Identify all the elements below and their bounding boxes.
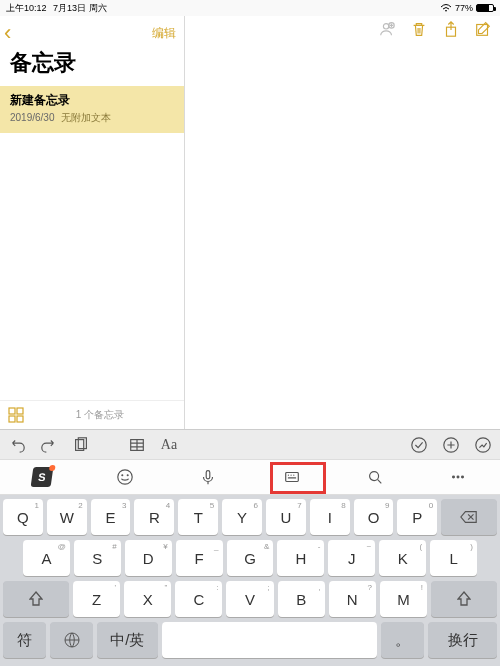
svg-point-13 [476, 437, 490, 451]
note-date: 2019/6/30 [10, 112, 55, 123]
note-count: 1 个备忘录 [24, 408, 176, 422]
trash-icon[interactable] [410, 20, 428, 38]
text-style-button[interactable]: Aa [160, 436, 178, 454]
redo-icon[interactable] [40, 436, 58, 454]
wifi-icon [440, 4, 452, 13]
plus-circle-icon[interactable] [442, 436, 460, 454]
shift-key-right[interactable] [431, 581, 497, 617]
key-j[interactable]: J~ [328, 540, 375, 576]
svg-point-21 [457, 476, 459, 478]
key-f[interactable]: F_ [176, 540, 223, 576]
key-t[interactable]: T5 [178, 499, 218, 535]
key-i[interactable]: I8 [310, 499, 350, 535]
svg-rect-3 [17, 416, 23, 422]
period-key[interactable]: 。 [381, 622, 424, 658]
share-icon[interactable] [442, 20, 460, 38]
camera-annotation-icon[interactable] [474, 436, 492, 454]
key-z[interactable]: Z' [73, 581, 120, 617]
emoji-button[interactable] [97, 463, 153, 491]
menu-more-button[interactable] [430, 463, 486, 491]
svg-point-4 [383, 24, 388, 29]
key-m[interactable]: M! [380, 581, 427, 617]
key-k[interactable]: K( [379, 540, 426, 576]
svg-point-14 [118, 470, 132, 484]
svg-point-20 [453, 476, 455, 478]
table-icon[interactable] [128, 436, 146, 454]
backspace-key[interactable] [441, 499, 497, 535]
battery-icon [476, 4, 494, 12]
svg-rect-1 [17, 408, 23, 414]
add-person-icon[interactable] [378, 20, 396, 38]
key-o[interactable]: O9 [354, 499, 394, 535]
back-button[interactable]: ‹ [4, 20, 11, 46]
symbols-key[interactable]: 符 [3, 622, 46, 658]
search-button[interactable] [347, 463, 403, 491]
note-preview: 无附加文本 [61, 112, 111, 123]
key-h[interactable]: H- [277, 540, 324, 576]
space-key[interactable] [162, 622, 377, 658]
key-l[interactable]: L) [430, 540, 477, 576]
key-y[interactable]: Y6 [222, 499, 262, 535]
return-key[interactable]: 换行 [428, 622, 497, 658]
shift-key[interactable] [3, 581, 69, 617]
ime-toolbar: S [0, 459, 500, 495]
globe-key[interactable] [50, 622, 93, 658]
key-r[interactable]: R4 [134, 499, 174, 535]
compose-icon[interactable] [474, 20, 492, 38]
grid-view-icon[interactable] [8, 407, 24, 423]
tutorial-highlight [270, 462, 326, 494]
status-date: 7月13日 周六 [53, 3, 107, 13]
key-d[interactable]: D¥ [125, 540, 172, 576]
status-bar: 上午10:12 7月13日 周六 77% [0, 0, 500, 16]
note-editor[interactable] [185, 16, 500, 429]
svg-point-19 [370, 472, 379, 481]
note-list-item[interactable]: 新建备忘录 2019/6/30 无附加文本 [0, 86, 184, 133]
edit-button[interactable]: 编辑 [152, 25, 176, 42]
key-c[interactable]: C: [175, 581, 222, 617]
svg-rect-17 [207, 471, 211, 479]
key-w[interactable]: W2 [47, 499, 87, 535]
svg-point-15 [122, 475, 123, 476]
svg-point-16 [127, 475, 128, 476]
key-u[interactable]: U7 [266, 499, 306, 535]
sogou-logo[interactable]: S [14, 463, 70, 491]
note-title: 新建备忘录 [10, 92, 174, 109]
key-v[interactable]: V; [226, 581, 273, 617]
key-q[interactable]: Q1 [3, 499, 43, 535]
battery-pct: 77% [455, 3, 473, 13]
svg-point-11 [412, 437, 426, 451]
key-n[interactable]: N? [329, 581, 376, 617]
copy-icon[interactable] [72, 436, 90, 454]
voice-input-button[interactable] [180, 463, 236, 491]
lang-toggle-key[interactable]: 中/英 [97, 622, 157, 658]
key-b[interactable]: B, [278, 581, 325, 617]
key-p[interactable]: P0 [397, 499, 437, 535]
key-a[interactable]: A@ [23, 540, 70, 576]
svg-rect-0 [9, 408, 15, 414]
key-g[interactable]: G& [227, 540, 274, 576]
svg-point-22 [462, 476, 464, 478]
undo-icon[interactable] [8, 436, 26, 454]
keyboard: Q1W2E3R4T5Y6U7I8O9P0 A@S#D¥F_G&H-J~K(L) … [0, 495, 500, 666]
status-time: 上午10:12 [6, 3, 47, 13]
notes-sidebar: ‹ 编辑 备忘录 新建备忘录 2019/6/30 无附加文本 1 个备忘录 [0, 16, 185, 429]
format-accessory-bar: Aa [0, 429, 500, 459]
key-x[interactable]: X" [124, 581, 171, 617]
svg-rect-2 [9, 416, 15, 422]
key-e[interactable]: E3 [91, 499, 131, 535]
checkmark-circle-icon[interactable] [410, 436, 428, 454]
sidebar-title: 备忘录 [0, 46, 184, 86]
key-s[interactable]: S# [74, 540, 121, 576]
